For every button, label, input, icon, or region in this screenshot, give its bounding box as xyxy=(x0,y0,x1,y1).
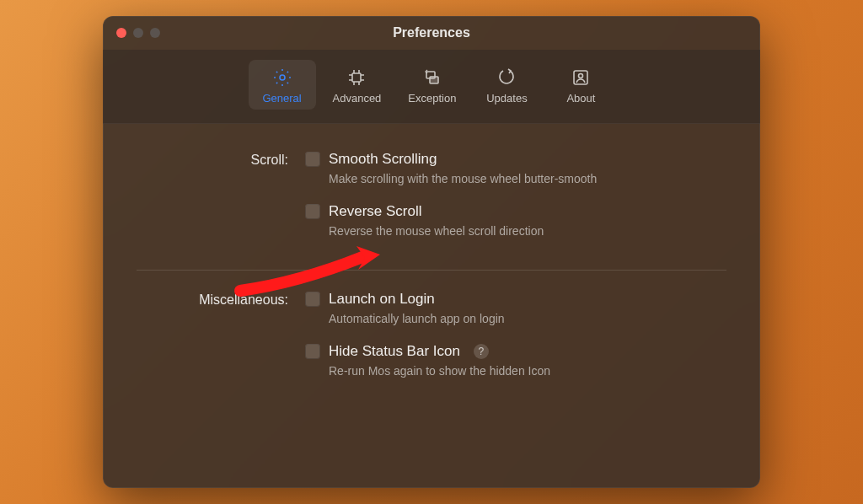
titlebar: Preferences xyxy=(103,16,760,50)
option-hide-status-bar: Hide Status Bar Icon ? Re-run Mos again … xyxy=(305,343,726,380)
checkbox-smooth-scrolling[interactable] xyxy=(305,152,320,167)
section-label-scroll: Scroll: xyxy=(137,151,305,255)
section-label-misc: Miscellaneous: xyxy=(137,291,305,394)
tab-label: About xyxy=(566,92,595,105)
svg-point-0 xyxy=(280,75,285,80)
checkbox-reverse-scroll[interactable] xyxy=(305,204,320,219)
close-button[interactable] xyxy=(116,28,126,38)
svg-rect-3 xyxy=(430,77,438,83)
option-title: Launch on Login xyxy=(329,291,435,308)
option-desc: Automatically launch app on login xyxy=(329,311,632,328)
section-scroll: Scroll: Smooth Scrolling Make scrolling … xyxy=(137,147,726,258)
tab-label: Advanced xyxy=(333,92,382,105)
option-title: Reverse Scroll xyxy=(329,203,422,220)
section-body: Launch on Login Automatically launch app… xyxy=(305,291,726,394)
refresh-icon xyxy=(496,67,517,88)
option-desc: Re-run Mos again to show the hidden Icon xyxy=(329,363,632,380)
option-desc: Reverse the mouse wheel scroll direction xyxy=(329,223,632,240)
tab-exception[interactable]: Exception xyxy=(398,60,466,110)
option-title: Smooth Scrolling xyxy=(329,151,437,168)
tab-updates[interactable]: Updates xyxy=(473,60,540,110)
section-body: Smooth Scrolling Make scrolling with the… xyxy=(305,151,726,255)
person-icon xyxy=(570,67,592,88)
window-title: Preferences xyxy=(103,25,760,40)
svg-point-5 xyxy=(579,74,583,78)
tab-label: Updates xyxy=(486,92,527,105)
content-pane: Scroll: Smooth Scrolling Make scrolling … xyxy=(103,124,760,488)
tab-general[interactable]: General xyxy=(249,60,316,110)
tab-label: General xyxy=(262,92,301,105)
option-smooth-scrolling: Smooth Scrolling Make scrolling with the… xyxy=(305,151,726,188)
toolbar: General Advanced Exception Updates About xyxy=(103,50,760,124)
checkbox-launch-on-login[interactable] xyxy=(305,292,320,307)
option-reverse-scroll: Reverse Scroll Reverse the mouse wheel s… xyxy=(305,203,726,240)
traffic-lights xyxy=(103,28,160,38)
tab-about[interactable]: About xyxy=(547,60,614,110)
minimize-button[interactable] xyxy=(133,28,143,38)
checkbox-hide-status-bar[interactable] xyxy=(305,344,320,359)
divider xyxy=(137,270,726,271)
section-miscellaneous: Miscellaneous: Launch on Login Automatic… xyxy=(137,287,726,398)
chip-icon xyxy=(346,67,367,88)
option-title: Hide Status Bar Icon xyxy=(329,343,460,360)
help-icon[interactable]: ? xyxy=(474,344,489,359)
windows-icon xyxy=(421,67,443,88)
option-launch-on-login: Launch on Login Automatically launch app… xyxy=(305,291,726,328)
gear-icon xyxy=(271,67,293,88)
tab-label: Exception xyxy=(408,92,456,105)
preferences-window: Preferences General Advanced Exception U… xyxy=(103,16,760,488)
maximize-button[interactable] xyxy=(150,28,160,38)
svg-rect-1 xyxy=(352,73,361,82)
option-desc: Make scrolling with the mouse wheel butt… xyxy=(329,171,632,188)
tab-advanced[interactable]: Advanced xyxy=(323,60,392,110)
